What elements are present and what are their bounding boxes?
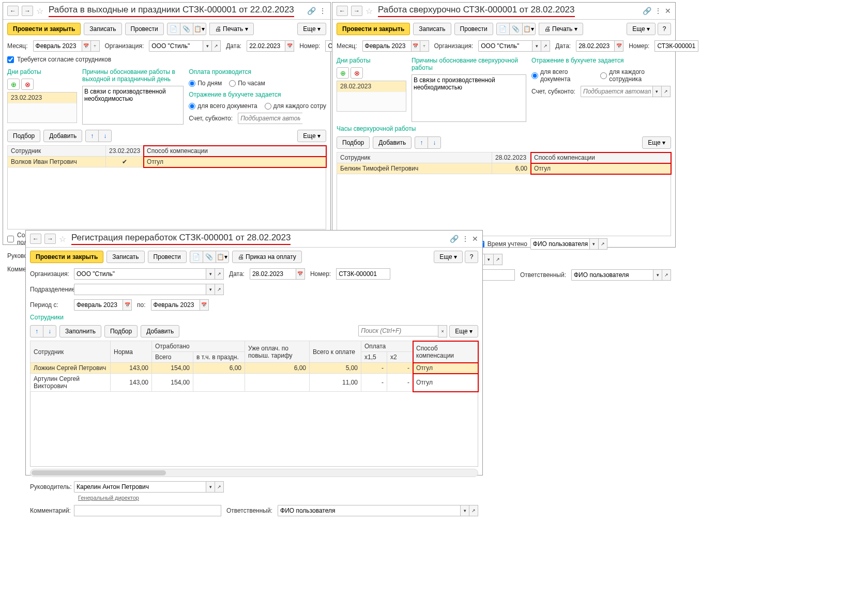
more-button[interactable]: Еще ▾ bbox=[642, 136, 671, 149]
save-button[interactable]: Записать bbox=[84, 23, 121, 35]
star-icon[interactable]: ☆ bbox=[36, 6, 45, 16]
dropdown-icon[interactable]: ▾ bbox=[460, 505, 469, 516]
help-button[interactable]: ? bbox=[465, 251, 478, 263]
print-button[interactable]: Печать ▾ bbox=[209, 23, 254, 35]
star-icon[interactable]: ☆ bbox=[59, 234, 68, 244]
post-button[interactable]: Провести bbox=[148, 251, 187, 263]
acc-doc-radio[interactable] bbox=[189, 103, 195, 110]
org-field[interactable] bbox=[478, 40, 532, 52]
calendar-icon[interactable]: 📅 bbox=[296, 268, 305, 280]
back-button[interactable]: ← bbox=[30, 234, 41, 244]
period-to-field[interactable] bbox=[151, 299, 200, 311]
add-button[interactable]: Добавить bbox=[43, 130, 82, 142]
kebab-icon[interactable]: ⋮ bbox=[654, 7, 662, 15]
acc-emp-radio[interactable] bbox=[600, 72, 607, 79]
org-field[interactable] bbox=[74, 268, 206, 280]
close-icon[interactable]: ✕ bbox=[472, 235, 478, 243]
print-button[interactable]: Печать ▾ bbox=[539, 23, 583, 35]
related-icon[interactable]: 📋▾ bbox=[193, 23, 206, 35]
stepper-icon[interactable]: ÷ bbox=[90, 40, 100, 52]
employees-table[interactable]: Сотрудник 28.02.2023 Способ компенсации … bbox=[337, 152, 671, 174]
up-icon[interactable]: ↑ bbox=[85, 130, 99, 142]
overtime-table[interactable]: Сотрудник Норма Отработано Уже оплач. по… bbox=[30, 341, 478, 392]
reasons-field[interactable]: В связи с производственной необходимость… bbox=[82, 86, 184, 125]
select-button[interactable]: Подбор bbox=[337, 136, 370, 149]
attach-icon[interactable]: 📎 bbox=[509, 23, 523, 35]
more-button[interactable]: Еще ▾ bbox=[449, 325, 478, 337]
post-close-button[interactable]: Провести и закрыть bbox=[30, 251, 103, 263]
open-icon[interactable]: ↗ bbox=[215, 481, 224, 493]
order-button[interactable]: Приказ на оплату bbox=[232, 251, 302, 263]
dropdown-icon[interactable]: ▾ bbox=[206, 284, 215, 295]
pay-day-radio[interactable] bbox=[189, 80, 195, 87]
close-icon[interactable]: ✕ bbox=[665, 7, 671, 15]
date-list[interactable]: 23.02.2023 bbox=[7, 92, 77, 123]
calendar-icon[interactable]: 📅 bbox=[411, 40, 420, 52]
fill-button[interactable]: Заполнить bbox=[59, 325, 101, 337]
calendar-icon[interactable]: 📅 bbox=[123, 299, 132, 311]
mgr-field[interactable] bbox=[74, 481, 206, 493]
more-button[interactable]: Еще ▾ bbox=[434, 251, 463, 263]
open-icon[interactable]: ↗ bbox=[211, 40, 221, 52]
date-item[interactable]: 23.02.2023 bbox=[8, 93, 77, 103]
open-icon[interactable]: ↗ bbox=[661, 86, 671, 97]
dropdown-icon[interactable]: ▾ bbox=[206, 268, 215, 280]
add-day-button[interactable]: ⊕ bbox=[337, 67, 349, 79]
month-field[interactable] bbox=[33, 40, 82, 52]
consent-checkbox[interactable] bbox=[7, 56, 14, 63]
resp-field[interactable] bbox=[278, 505, 461, 516]
fio-field[interactable] bbox=[530, 238, 590, 250]
dropdown-icon[interactable]: ▾ bbox=[652, 86, 662, 97]
scrollbar[interactable] bbox=[30, 469, 478, 477]
stepper-icon[interactable]: ÷ bbox=[420, 40, 429, 52]
scroll-thumb[interactable] bbox=[32, 470, 166, 475]
up-icon[interactable]: ↑ bbox=[415, 136, 428, 149]
link-icon[interactable]: 🔗 bbox=[307, 7, 316, 15]
date-item[interactable]: 28.02.2023 bbox=[337, 81, 406, 92]
forward-button[interactable]: → bbox=[22, 6, 33, 16]
open-icon[interactable]: ↗ bbox=[662, 269, 671, 281]
consent-ok-check[interactable] bbox=[7, 236, 14, 242]
kebab-icon[interactable]: ⋮ bbox=[462, 235, 469, 243]
post-close-button[interactable]: Провести и закрыть bbox=[7, 23, 81, 35]
attach-icon[interactable]: 📎 bbox=[180, 23, 193, 35]
doc-icon[interactable]: 📄 bbox=[167, 23, 180, 35]
calendar-icon[interactable]: 📅 bbox=[285, 40, 294, 52]
org-field[interactable] bbox=[149, 40, 203, 52]
comment-field[interactable] bbox=[74, 505, 221, 516]
calendar-icon[interactable]: 📅 bbox=[200, 299, 209, 311]
resp-field[interactable] bbox=[571, 269, 653, 281]
open-icon[interactable]: ↗ bbox=[215, 268, 224, 280]
num-field[interactable] bbox=[654, 40, 698, 52]
star-icon[interactable]: ☆ bbox=[366, 6, 375, 16]
mgr-title[interactable]: Генеральный директор bbox=[74, 495, 139, 501]
date-field[interactable] bbox=[250, 268, 296, 280]
dropdown-icon[interactable]: ▾ bbox=[203, 40, 212, 52]
link-icon[interactable]: 🔗 bbox=[643, 7, 651, 15]
date-list[interactable]: 28.02.2023 bbox=[337, 81, 406, 112]
add-button[interactable]: Добавить bbox=[373, 136, 412, 149]
help-button[interactable]: ? bbox=[658, 23, 671, 35]
more-button[interactable]: Еще ▾ bbox=[627, 23, 656, 35]
related-icon[interactable]: 📋▾ bbox=[522, 23, 536, 35]
month-field[interactable] bbox=[362, 40, 412, 52]
employees-table[interactable]: Сотрудник 23.02.2023 Способ компенсации … bbox=[7, 145, 326, 167]
table-row[interactable]: Ложкин Сергей Петрович 143,00 154,00 6,0… bbox=[31, 363, 478, 374]
up-icon[interactable]: ↑ bbox=[30, 325, 43, 337]
forward-button[interactable]: → bbox=[44, 234, 56, 244]
post-close-button[interactable]: Провести и закрыть bbox=[337, 23, 410, 35]
more-button[interactable]: Еще ▾ bbox=[297, 23, 326, 35]
dropdown-icon[interactable]: ▾ bbox=[653, 269, 662, 281]
reasons-field[interactable]: В связи с производственной необходимость… bbox=[412, 74, 526, 122]
attach-icon[interactable]: 📎 bbox=[203, 251, 216, 263]
calendar-icon[interactable]: 📅 bbox=[614, 40, 623, 52]
pay-hour-radio[interactable] bbox=[229, 80, 236, 87]
table-row[interactable]: Артулин Сергей Викторович 143,00 154,00 … bbox=[31, 374, 478, 392]
calendar-icon[interactable]: 📅 bbox=[82, 40, 91, 52]
doc-icon[interactable]: 📄 bbox=[190, 251, 203, 263]
date-field[interactable] bbox=[247, 40, 285, 52]
post-button[interactable]: Провести bbox=[454, 23, 493, 35]
forward-button[interactable]: → bbox=[351, 6, 362, 16]
del-day-button[interactable]: ⊗ bbox=[351, 67, 363, 79]
select-button[interactable]: Подбор bbox=[104, 325, 138, 337]
